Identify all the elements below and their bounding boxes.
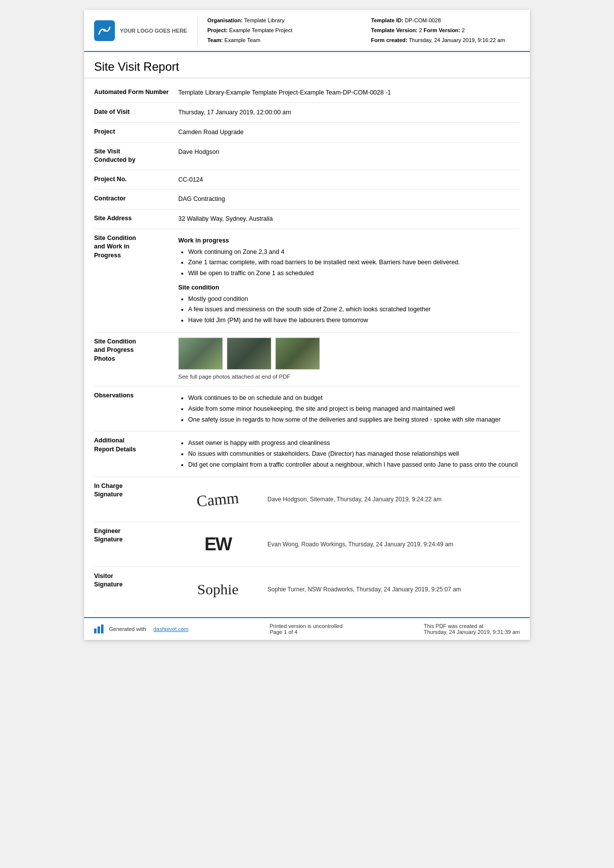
sig-engineer-drawing: EW xyxy=(205,531,231,558)
condition-items-list: Mostly good condition A few issues and m… xyxy=(178,294,520,325)
value-sig-visitor: Sophie Sophie Turner, NSW Roadworks, Thu… xyxy=(178,572,520,607)
row-project: Project Camden Road Upgrade xyxy=(94,123,520,143)
condition-item-1: Mostly good condition xyxy=(188,294,520,304)
label-contractor: Contractor xyxy=(94,194,178,203)
value-sig-engineer: EW Evan Wong, Roado Workings, Thursday, … xyxy=(178,527,520,562)
sig-visitor-drawing: Sophie xyxy=(197,578,238,600)
label-photos: Site Conditionand ProgressPhotos xyxy=(94,338,178,364)
footer: Generated with dashpivot.com Printed ver… xyxy=(84,617,530,640)
work-item-1: Work continuing on Zone 2,3 and 4 xyxy=(188,247,520,257)
form-version-label: Form Version: xyxy=(424,27,460,33)
svg-point-1 xyxy=(103,29,106,32)
footer-generated-text: Generated with xyxy=(109,626,146,632)
label-site-visit-conducted-by: Site VisitConducted by xyxy=(94,147,178,165)
observation-item-1: Work continues to be on schedule and on … xyxy=(188,393,520,403)
team-label: Team: xyxy=(207,37,223,43)
logo-text: YOUR LOGO GOES HERE xyxy=(120,27,187,34)
value-project: Camden Road Upgrade xyxy=(178,128,520,137)
value-contractor: DAG Contracting xyxy=(178,194,520,204)
row-site-condition: Site Conditionand Work inProgress Work i… xyxy=(94,229,520,333)
footer-logo-area: Generated with dashpivot.com xyxy=(94,625,189,633)
footer-printed: Printed version is uncontrolled Page 1 o… xyxy=(269,623,342,635)
condition-item-3: Have told Jim (PM) and he will have the … xyxy=(188,316,520,325)
content: Automated Form Number Template Library-E… xyxy=(84,78,530,617)
additional-item-2: No issues with communities or stakeholde… xyxy=(188,449,520,459)
logo-icon xyxy=(94,20,115,41)
page: YOUR LOGO GOES HERE Organisation: Templa… xyxy=(84,10,530,640)
header-meta-right: Template ID: DP-COM-0028 Template Versio… xyxy=(371,16,520,45)
footer-pdf-created: This PDF was created at Thursday, 24 Jan… xyxy=(424,623,520,635)
label-date-of-visit: Date of Visit xyxy=(94,108,178,117)
template-version-label: Template Version: xyxy=(371,27,417,33)
value-sig-in-charge: Camm Dave Hodgson, Sitemate, Thursday, 2… xyxy=(178,482,520,517)
svg-rect-4 xyxy=(101,625,103,633)
value-project-no: CC-0124 xyxy=(178,175,520,185)
label-sig-visitor: VisitorSignature xyxy=(94,572,178,589)
project-label: Project: xyxy=(207,27,228,33)
sig-visitor-area: Sophie Sophie Turner, NSW Roadworks, Thu… xyxy=(178,572,520,607)
observation-item-3: One safety issue in regards to how some … xyxy=(188,415,520,425)
photo-thumb-2 xyxy=(227,338,271,370)
row-sig-engineer: EngineerSignature EW Evan Wong, Roado Wo… xyxy=(94,522,520,567)
label-site-address: Site Address xyxy=(94,214,178,223)
sig-in-charge-area: Camm Dave Hodgson, Sitemate, Thursday, 2… xyxy=(178,482,520,517)
row-contractor: Contractor DAG Contracting xyxy=(94,190,520,209)
condition-item-2: A few issues and messiness on the south … xyxy=(188,305,520,314)
footer-logo-icon xyxy=(94,625,106,633)
row-observations: Observations Work continues to be on sch… xyxy=(94,386,520,432)
value-site-address: 32 Wallaby Way, Sydney, Australia xyxy=(178,214,520,224)
value-observations: Work continues to be on schedule and on … xyxy=(178,391,520,426)
form-version-value: 2 xyxy=(462,27,465,33)
sig-engineer-box: EW xyxy=(178,527,257,562)
photos-note: See full page photos attached at end of … xyxy=(178,373,520,381)
team-value: Example Team xyxy=(224,37,260,43)
org-value: Template Library xyxy=(244,17,284,23)
value-additional-report: Asset owner is happy with progress and c… xyxy=(178,436,520,471)
sig-in-charge-text: Dave Hodgson, Sitemate, Thursday, 24 Jan… xyxy=(267,495,442,504)
row-site-visit-conducted-by: Site VisitConducted by Dave Hodgson xyxy=(94,143,520,170)
footer-page-text: Page 1 of 4 xyxy=(269,629,342,635)
site-condition-heading: Site condition xyxy=(178,283,520,292)
row-sig-visitor: VisitorSignature Sophie Sophie Turner, N… xyxy=(94,567,520,612)
sig-in-charge-drawing: Camm xyxy=(196,485,240,513)
value-automated-form: Template Library-Example Template Projec… xyxy=(178,88,520,97)
observation-item-2: Aside from some minor housekeeping, the … xyxy=(188,404,520,414)
sig-visitor-text: Sophie Turner, NSW Roadworks, Thursday, … xyxy=(267,585,461,594)
photos-row xyxy=(178,338,520,370)
label-sig-engineer: EngineerSignature xyxy=(94,527,178,544)
header: YOUR LOGO GOES HERE Organisation: Templa… xyxy=(84,10,530,52)
row-photos: Site Conditionand ProgressPhotos See ful… xyxy=(94,333,520,386)
template-version-value: 2 xyxy=(419,27,422,33)
row-sig-in-charge: In ChargeSignature Camm Dave Hodgson, Si… xyxy=(94,477,520,522)
label-observations: Observations xyxy=(94,391,178,400)
row-additional-report: AdditionalReport Details Asset owner is … xyxy=(94,432,520,477)
template-id-value: DP-COM-0028 xyxy=(405,17,441,23)
svg-rect-2 xyxy=(94,628,97,633)
sig-in-charge-box: Camm xyxy=(178,482,257,517)
footer-printed-text: Printed version is uncontrolled xyxy=(269,623,342,629)
form-created-value: Thursday, 24 January 2019, 9:16:22 am xyxy=(409,37,505,43)
svg-rect-3 xyxy=(98,627,100,633)
observations-list: Work continues to be on schedule and on … xyxy=(178,393,520,424)
row-automated-form: Automated Form Number Template Library-E… xyxy=(94,83,520,103)
footer-generated-link[interactable]: dashpivot.com xyxy=(154,626,189,632)
row-project-no: Project No. CC-0124 xyxy=(94,170,520,190)
project-value: Example Template Project xyxy=(229,27,293,33)
org-label: Organisation: xyxy=(207,17,243,23)
additional-report-list: Asset owner is happy with progress and c… xyxy=(178,438,520,469)
label-sig-in-charge: In ChargeSignature xyxy=(94,482,178,499)
value-site-condition: Work in progress Work continuing on Zone… xyxy=(178,234,520,327)
work-in-progress-heading: Work in progress xyxy=(178,236,520,245)
label-project: Project xyxy=(94,128,178,137)
row-date-of-visit: Date of Visit Thursday, 17 January 2019,… xyxy=(94,103,520,123)
sig-engineer-area: EW Evan Wong, Roado Workings, Thursday, … xyxy=(178,527,520,562)
work-item-2: Zone 1 tarmac complete, with road barrie… xyxy=(188,258,520,267)
label-project-no: Project No. xyxy=(94,175,178,184)
page-title: Site Visit Report xyxy=(84,52,530,78)
header-meta: Organisation: Template Library Project: … xyxy=(207,16,520,45)
template-id-label: Template ID: xyxy=(371,17,403,23)
sig-visitor-box: Sophie xyxy=(178,572,257,607)
label-additional-report: AdditionalReport Details xyxy=(94,436,178,454)
additional-item-3: Did get one complaint from a traffic con… xyxy=(188,460,520,470)
sig-engineer-text: Evan Wong, Roado Workings, Thursday, 24 … xyxy=(267,540,453,549)
